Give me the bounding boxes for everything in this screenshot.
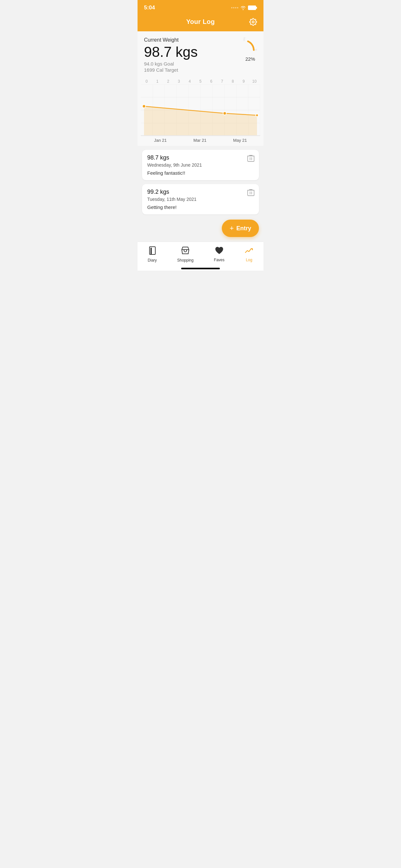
nav-item-faves[interactable]: Faves — [209, 245, 230, 264]
nav-item-shopping[interactable]: Shopping — [172, 245, 199, 264]
x-label-mar: Mar 21 — [193, 138, 206, 143]
y-label-9: 9 — [239, 79, 248, 84]
nav-label-faves: Faves — [214, 258, 225, 262]
entry-1-delete-button[interactable] — [247, 154, 254, 164]
y-label-0: 0 — [142, 79, 151, 84]
nav-label-log: Log — [246, 258, 252, 262]
chart-x-labels: Jan 21 Mar 21 May 21 — [141, 136, 260, 146]
status-icons — [231, 5, 257, 10]
battery-icon — [248, 5, 257, 10]
svg-point-20 — [256, 114, 258, 117]
wifi-icon — [240, 6, 246, 10]
y-label-8: 8 — [228, 79, 237, 84]
entry-2-delete-button[interactable] — [247, 189, 254, 198]
x-label-jan: Jan 21 — [154, 138, 166, 143]
entry-1-date: Wednesday, 9th June 2021 — [147, 162, 254, 167]
svg-rect-1 — [256, 7, 257, 9]
progress-percent: 22% — [245, 56, 255, 62]
y-label-3: 3 — [174, 79, 183, 84]
chart-svg — [141, 84, 260, 136]
y-label-10: 10 — [250, 79, 259, 84]
entry-card-2: 99.2 kgs Tuesday, 11th May 2021 Getting … — [142, 184, 259, 214]
home-bar — [181, 268, 220, 269]
y-label-2: 2 — [164, 79, 173, 84]
fab-plus-icon: + — [229, 224, 234, 232]
home-indicator — [137, 265, 264, 271]
diary-icon — [149, 246, 156, 257]
entry-2-note: Getting there! — [147, 205, 254, 210]
cal-target: 1699 Cal Target — [144, 67, 257, 73]
chart-wrapper — [141, 84, 260, 136]
y-label-7: 7 — [218, 79, 227, 84]
fab-label: Entry — [236, 225, 251, 232]
svg-rect-0 — [248, 6, 256, 10]
svg-rect-24 — [150, 248, 152, 254]
log-icon — [245, 247, 253, 256]
entry-1-weight: 98.7 kgs — [147, 154, 254, 161]
nav-item-log[interactable]: Log — [240, 245, 258, 264]
y-label-6: 6 — [207, 79, 216, 84]
status-bar: 5:04 — [137, 0, 264, 14]
weight-section: Current Weight 98.7 kgs 94.0 kgs Goal 16… — [137, 31, 264, 76]
nav-label-shopping: Shopping — [177, 258, 194, 262]
progress-arc: 22% — [231, 37, 257, 63]
y-label-1: 1 — [153, 79, 162, 84]
entry-1-note: Feeling fantastic!! — [147, 170, 254, 176]
svg-point-18 — [143, 104, 146, 108]
entries-section: 98.7 kgs Wednesday, 9th June 2021 Feelin… — [137, 146, 264, 218]
svg-rect-21 — [248, 156, 254, 161]
nav-label-diary: Diary — [148, 258, 157, 262]
chart-y-axis: 0 1 2 3 4 5 6 7 8 9 10 — [141, 79, 260, 84]
status-time: 5:04 — [144, 4, 155, 11]
signal-icon — [231, 7, 238, 8]
svg-rect-23 — [150, 247, 155, 254]
chart-section: 0 1 2 3 4 5 6 7 8 9 10 — [137, 76, 264, 146]
x-label-may: May 21 — [233, 138, 247, 143]
svg-rect-22 — [248, 190, 254, 196]
svg-point-19 — [223, 112, 226, 115]
entry-2-date: Tuesday, 11th May 2021 — [147, 197, 254, 202]
settings-button[interactable] — [249, 18, 257, 28]
app-header: Your Log — [137, 14, 264, 31]
header-title: Your Log — [186, 18, 215, 26]
shopping-icon — [181, 246, 189, 257]
faves-icon — [215, 247, 223, 256]
bottom-nav: Diary Shopping Faves Log — [137, 242, 264, 265]
add-entry-button[interactable]: + Entry — [222, 220, 259, 237]
nav-item-diary[interactable]: Diary — [143, 245, 162, 264]
entry-card-1: 98.7 kgs Wednesday, 9th June 2021 Feelin… — [142, 150, 259, 180]
y-label-4: 4 — [185, 79, 194, 84]
y-label-5: 5 — [196, 79, 205, 84]
fab-container: + Entry — [137, 218, 264, 242]
entry-2-weight: 99.2 kgs — [147, 189, 254, 195]
